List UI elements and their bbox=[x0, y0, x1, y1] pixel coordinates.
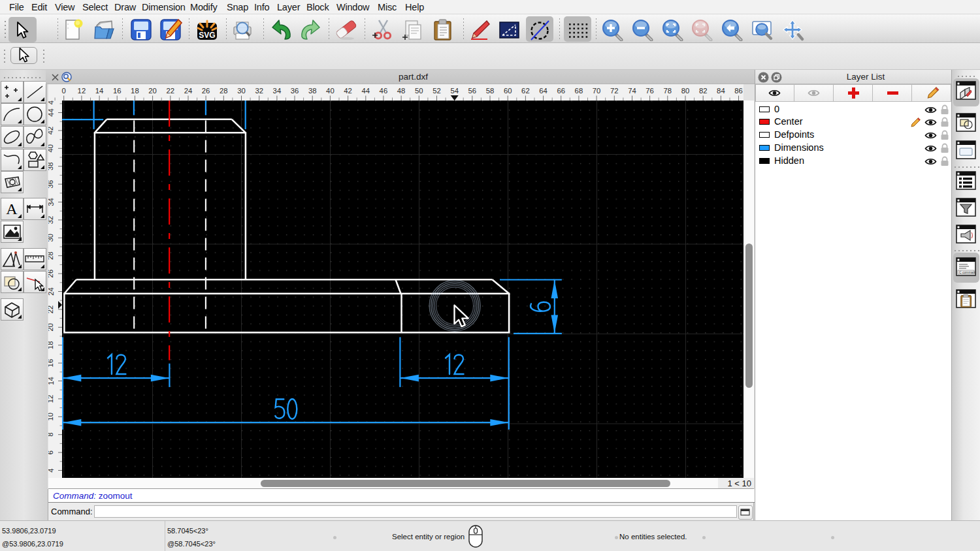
svg-text:28: 28 bbox=[48, 251, 55, 260]
svg-text:20: 20 bbox=[148, 87, 157, 95]
svg-text:4: 4 bbox=[48, 468, 55, 472]
svg-text:0: 0 bbox=[62, 87, 66, 95]
svg-text:22: 22 bbox=[167, 87, 175, 95]
svg-text:30: 30 bbox=[48, 234, 55, 242]
svg-text:C command: C command bbox=[959, 270, 976, 274]
svg-text:58: 58 bbox=[486, 87, 495, 95]
svg-text:52: 52 bbox=[433, 87, 441, 95]
svg-text:24: 24 bbox=[48, 287, 55, 296]
svg-text:82: 82 bbox=[699, 87, 708, 95]
svg-text:12: 12 bbox=[48, 395, 55, 403]
svg-text:48: 48 bbox=[397, 87, 406, 95]
svg-text:SVG: SVG bbox=[199, 31, 215, 40]
svg-text:10: 10 bbox=[48, 413, 55, 421]
svg-text:42: 42 bbox=[48, 127, 55, 135]
svg-text:38: 38 bbox=[48, 162, 55, 170]
svg-text:32: 32 bbox=[255, 87, 263, 95]
svg-text:6: 6 bbox=[48, 450, 55, 454]
svg-text:26: 26 bbox=[202, 87, 210, 95]
svg-text:44: 44 bbox=[362, 87, 370, 95]
svg-text:38: 38 bbox=[308, 87, 317, 95]
svg-text:84: 84 bbox=[717, 87, 725, 95]
svg-text:36: 36 bbox=[291, 87, 299, 95]
svg-text:40: 40 bbox=[48, 144, 55, 153]
svg-text:54: 54 bbox=[450, 87, 459, 95]
svg-text:18: 18 bbox=[48, 341, 55, 349]
svg-text:14: 14 bbox=[95, 87, 104, 95]
svg-text:22: 22 bbox=[48, 306, 55, 314]
svg-text:72: 72 bbox=[610, 87, 619, 95]
svg-text:56: 56 bbox=[468, 87, 477, 95]
svg-text:74: 74 bbox=[628, 87, 636, 95]
svg-text:68: 68 bbox=[575, 87, 583, 95]
svg-text:26: 26 bbox=[48, 270, 55, 278]
svg-text:80: 80 bbox=[681, 87, 690, 95]
svg-text:34: 34 bbox=[48, 198, 55, 206]
svg-text:70: 70 bbox=[593, 87, 601, 95]
svg-text:28: 28 bbox=[220, 87, 228, 95]
svg-text:34: 34 bbox=[273, 87, 282, 95]
svg-text:62: 62 bbox=[521, 87, 530, 95]
svg-text:50: 50 bbox=[415, 87, 423, 95]
svg-text:8: 8 bbox=[48, 433, 55, 437]
svg-text:A: A bbox=[6, 200, 18, 217]
svg-text:76: 76 bbox=[645, 87, 654, 95]
svg-text:64: 64 bbox=[539, 87, 547, 95]
svg-text:44: 44 bbox=[48, 108, 55, 117]
svg-text:42: 42 bbox=[344, 87, 352, 95]
svg-text:12: 12 bbox=[78, 87, 86, 95]
svg-text:16: 16 bbox=[48, 359, 55, 368]
svg-text:14: 14 bbox=[48, 377, 55, 385]
svg-text:18: 18 bbox=[131, 87, 139, 95]
svg-text:36: 36 bbox=[48, 180, 55, 189]
svg-text:32: 32 bbox=[48, 216, 55, 225]
svg-text:4: 4 bbox=[48, 101, 55, 104]
svg-text:86: 86 bbox=[734, 87, 743, 95]
svg-text:30: 30 bbox=[237, 87, 246, 95]
svg-text:46: 46 bbox=[380, 87, 388, 95]
svg-text:66: 66 bbox=[557, 87, 565, 95]
svg-text:78: 78 bbox=[664, 87, 672, 95]
svg-text:40: 40 bbox=[326, 87, 335, 95]
svg-text:60: 60 bbox=[504, 87, 512, 95]
svg-text:16: 16 bbox=[113, 87, 122, 95]
svg-text:24: 24 bbox=[184, 87, 193, 95]
svg-text:20: 20 bbox=[48, 323, 55, 332]
